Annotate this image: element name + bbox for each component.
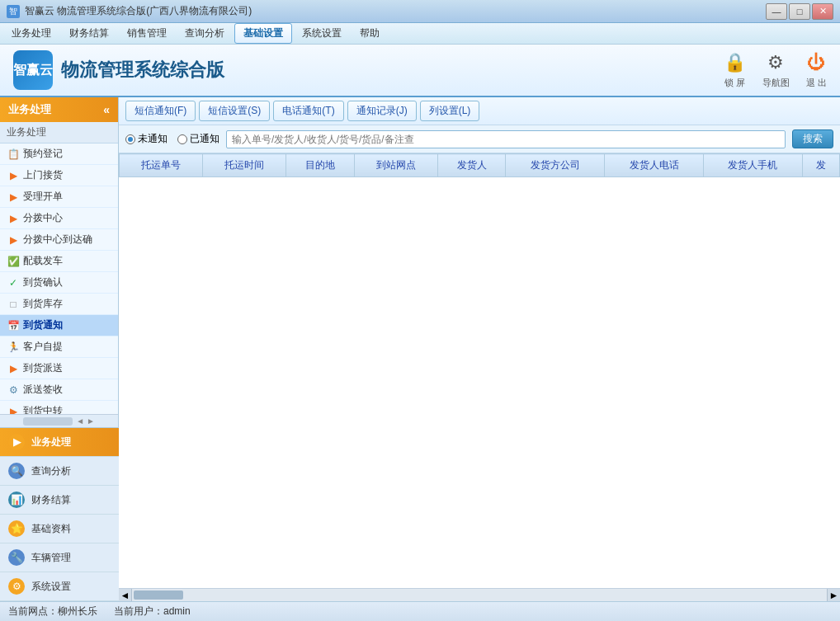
minimize-button[interactable]: — — [766, 3, 787, 20]
sidebar-collapse-button[interactable]: « — [103, 103, 110, 116]
vehicle-icon: 🔧 — [8, 549, 25, 566]
person-run-icon: 🏃 — [7, 341, 20, 354]
tab-notify-log[interactable]: 通知记录(J) — [347, 101, 417, 121]
title-bar-text: 智赢云 物流管理系统综合版(广西八界物流有限公司) — [25, 4, 252, 18]
col-time: 托运时间 — [203, 154, 286, 177]
radio-notified-label: 已通知 — [190, 132, 219, 146]
col-company: 发货方公司 — [506, 154, 605, 177]
scrollbar-thumb[interactable] — [134, 590, 183, 600]
bottom-nav-system-label: 系统设置 — [31, 580, 71, 594]
sidebar-header: 业务处理 « — [0, 97, 118, 122]
sidebar-item-daokucun[interactable]: □ 到货库存 — [0, 294, 118, 315]
status-bar: 当前网点：柳州长乐 当前用户：admin — [0, 601, 840, 621]
tab-col-settings[interactable]: 列设置(L) — [420, 101, 480, 121]
sidebar-title: 业务处理 — [8, 102, 51, 117]
sidebar-item-shouli-label: 受理开单 — [23, 190, 63, 204]
bottom-nav-query[interactable]: 🔍 查询分析 — [0, 457, 119, 486]
sidebar-item-yuyue[interactable]: 📋 预约登记 — [0, 143, 118, 165]
search-row: 未通知 已通知 搜索 — [119, 125, 840, 153]
bottom-nav-business[interactable]: ▶ 业务处理 — [0, 428, 119, 457]
exit-button[interactable]: ⏻ 退 出 — [806, 52, 827, 89]
checkmark-icon: ✓ — [7, 276, 20, 289]
bottom-nav-basic[interactable]: ⭐ 基础资料 — [0, 515, 119, 543]
sidebar-item-shouli[interactable]: ▶ 受理开单 — [0, 186, 118, 208]
sidebar-item-shangjie-label: 上门接货 — [23, 168, 63, 182]
restore-button[interactable]: □ — [789, 3, 810, 20]
sidebar-item-daokucun-label: 到货库存 — [23, 297, 63, 311]
menu-item-help[interactable]: 帮助 — [352, 24, 388, 43]
sidebar-item-kehu-label: 客户自提 — [23, 340, 63, 354]
menu-item-sales[interactable]: 销售管理 — [119, 24, 175, 43]
header: 智赢云 物流管理系统综合版 🔒 锁 屏 ⚙ 导航图 ⏻ 退 出 — [0, 45, 840, 97]
scroll-left-btn[interactable]: ◄ — [119, 589, 132, 601]
sidebar-item-fenpai[interactable]: ▶ 分拨中心 — [0, 208, 118, 229]
sidebar-item-fenpaidaoda[interactable]: ▶ 分拨中心到达确 — [0, 229, 118, 251]
sidebar-item-paiqian-label: 派送签收 — [23, 383, 63, 397]
sidebar-item-daopaisong-label: 到货派送 — [23, 361, 63, 375]
radio-group: 未通知 已通知 — [125, 132, 219, 146]
check-circle-icon: ✅ — [7, 255, 20, 268]
sidebar-item-daotongzhi-label: 到货通知 — [23, 318, 63, 332]
radio-unnotified[interactable]: 未通知 — [125, 132, 168, 146]
col-extra: 发 — [802, 154, 839, 177]
radio-circle-unnotified — [125, 134, 135, 144]
sidebar-item-daopaisong[interactable]: ▶ 到货派送 — [0, 358, 118, 379]
sidebar-item-shangjie[interactable]: ▶ 上门接货 — [0, 165, 118, 186]
arrow-icon3: ▶ — [7, 212, 20, 225]
table-container: 托运单号 托运时间 目的地 到站网点 发货人 发货方公司 发货人电话 发货人手机… — [119, 153, 840, 588]
sidebar-item-paiqian[interactable]: ⚙ 派送签收 — [0, 379, 118, 401]
finance-icon: 📊 — [8, 492, 25, 508]
bottom-nav-vehicle[interactable]: 🔧 车辆管理 — [0, 543, 119, 572]
sidebar-item-daohuo[interactable]: ✓ 到货确认 — [0, 272, 118, 294]
tab-sms-notify[interactable]: 短信通知(F) — [125, 101, 196, 121]
tab-sms-settings[interactable]: 短信设置(S) — [199, 101, 270, 121]
col-sender: 发货人 — [437, 154, 505, 177]
current-node-label: 当前网点： — [8, 605, 58, 617]
sidebar-item-zhongzhuan[interactable]: ▶ 到货中转 — [0, 401, 118, 414]
search-button[interactable]: 搜索 — [792, 129, 833, 148]
bottom-nav-finance[interactable]: 📊 财务结算 — [0, 486, 119, 515]
bottom-nav-query-label: 查询分析 — [31, 464, 71, 478]
sidebar: 业务处理 « 业务处理 📋 预约登记 ▶ 上门接货 ▶ 受理开单 ▶ 分拨中心 — [0, 97, 119, 601]
bottom-nav-system[interactable]: ⚙ 系统设置 — [0, 572, 119, 601]
sidebar-item-peizai[interactable]: ✅ 配载发车 — [0, 251, 118, 272]
sidebar-item-daohuo-label: 到货确认 — [23, 275, 63, 289]
bottom-nav-basic-label: 基础资料 — [31, 522, 71, 536]
current-node-value: 柳州长乐 — [58, 605, 97, 617]
query-icon: 🔍 — [8, 463, 25, 479]
sidebar-scroll-area: ◄ ► — [0, 414, 118, 427]
current-user-label: 当前用户： — [114, 605, 163, 617]
bottom-nav-business-label: 业务处理 — [31, 435, 71, 449]
exit-label: 退 出 — [806, 77, 827, 89]
horizontal-scrollbar[interactable]: ◄ ► — [119, 588, 840, 601]
sidebar-section: 业务处理 — [0, 122, 118, 143]
nav-button[interactable]: ⚙ 导航图 — [762, 52, 790, 89]
menu-item-basic[interactable]: 基础设置 — [234, 23, 292, 44]
current-user: 当前用户：admin — [114, 605, 191, 619]
nav-label: 导航图 — [762, 77, 790, 89]
close-button[interactable]: ✕ — [812, 3, 833, 20]
calendar-icon2: 📅 — [7, 319, 20, 332]
sidebar-item-daotongzhi[interactable]: 📅 到货通知 — [0, 315, 118, 336]
arrow-icon4: ▶ — [7, 233, 20, 247]
scroll-right-btn[interactable]: ► — [827, 589, 840, 601]
menu-item-query[interactable]: 查询分析 — [177, 24, 233, 43]
radio-notified[interactable]: 已通知 — [177, 132, 219, 146]
business-icon: ▶ — [8, 434, 25, 450]
lock-icon: 🔒 — [724, 52, 746, 73]
arrow-icon2: ▶ — [7, 191, 20, 204]
col-mobile: 发货人手机 — [703, 154, 802, 177]
calendar-icon: 📋 — [7, 148, 20, 161]
lock-button[interactable]: 🔒 锁 屏 — [724, 52, 746, 89]
menu-item-finance[interactable]: 财务结算 — [61, 24, 117, 43]
sidebar-item-peizai-label: 配载发车 — [23, 254, 63, 268]
col-tuoyun: 托运单号 — [120, 154, 203, 177]
menu-item-system[interactable]: 系统设置 — [294, 24, 350, 43]
menu-item-process[interactable]: 业务处理 — [3, 24, 59, 43]
tab-phone-notify[interactable]: 电话通知(T) — [273, 101, 343, 121]
sidebar-scrollbar-thumb[interactable] — [23, 417, 73, 426]
header-title: 物流管理系统综合版 — [61, 58, 224, 82]
search-input[interactable] — [226, 130, 786, 148]
sidebar-item-kehu[interactable]: 🏃 客户自提 — [0, 336, 118, 358]
arrow-icon5: ▶ — [7, 362, 20, 375]
